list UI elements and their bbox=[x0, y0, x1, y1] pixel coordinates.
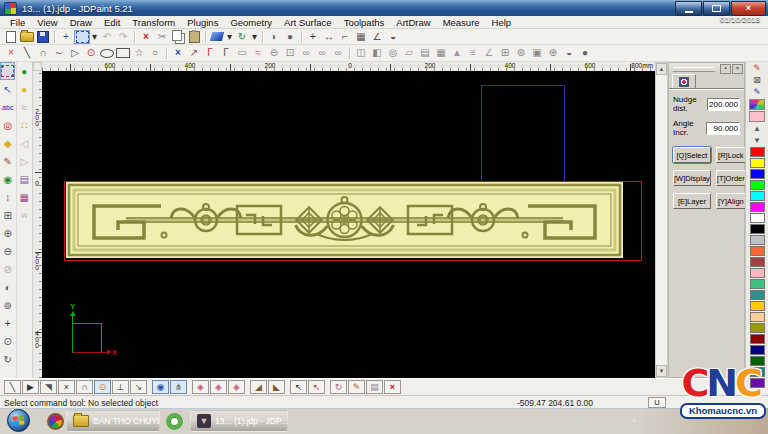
ungroup-icon[interactable]: ∞ bbox=[314, 46, 330, 60]
rotate-copy-icon[interactable]: ↻ bbox=[330, 380, 347, 394]
circle-center-icon[interactable]: ⊙ bbox=[83, 46, 99, 60]
panel-button-elayer[interactable]: [E]Layer bbox=[673, 193, 711, 209]
bulb-idea-icon[interactable]: ● bbox=[17, 80, 32, 98]
pattern-lib-icon[interactable]: ▦ bbox=[17, 188, 32, 206]
snap-quad-3-icon[interactable]: ◈ bbox=[228, 380, 245, 394]
restore-button[interactable] bbox=[703, 1, 730, 16]
rotate-view-icon[interactable]: ↻ bbox=[0, 350, 15, 368]
dark-shade-2-icon[interactable]: ● bbox=[577, 46, 593, 60]
trim-icon[interactable]: × bbox=[170, 46, 186, 60]
snap-arrow-icon[interactable]: ▶ bbox=[22, 380, 39, 394]
color-swatch[interactable] bbox=[750, 213, 765, 223]
brush-color-icon[interactable]: ✎ bbox=[749, 86, 766, 98]
arc-tool-icon[interactable]: ∩ bbox=[35, 46, 51, 60]
menu-geometry[interactable]: Geometry bbox=[224, 17, 278, 28]
panel-dock-button[interactable]: ▪ bbox=[720, 64, 731, 74]
view-sphere-icon[interactable]: ◒ bbox=[385, 30, 401, 44]
color-swatch[interactable] bbox=[750, 334, 765, 344]
color-swatch[interactable] bbox=[750, 202, 765, 212]
chamfer-icon[interactable]: Γ bbox=[218, 46, 234, 60]
bulb-on-icon[interactable]: ● bbox=[17, 62, 32, 80]
color-swatch[interactable] bbox=[750, 257, 765, 267]
pink-swatch[interactable] bbox=[749, 110, 766, 122]
smooth-brush-icon[interactable]: ✎ bbox=[0, 152, 15, 170]
delete-node-icon[interactable]: × bbox=[3, 46, 19, 60]
relief-panel[interactable] bbox=[66, 182, 623, 258]
zoom-out-icon[interactable]: ⊖ bbox=[0, 242, 15, 260]
probe-depth-icon[interactable]: ↕ bbox=[0, 188, 15, 206]
pick-delete-icon[interactable]: ↖ bbox=[308, 380, 325, 394]
island-frame-icon[interactable]: ⊡ bbox=[282, 46, 298, 60]
copy-icon[interactable] bbox=[170, 30, 186, 44]
bell-tool-icon[interactable]: ◉ bbox=[0, 170, 15, 188]
color-swatch[interactable] bbox=[750, 279, 765, 289]
menu-draw[interactable]: Draw bbox=[64, 17, 98, 28]
color-swatch[interactable] bbox=[750, 301, 765, 311]
menu-file[interactable]: File bbox=[4, 17, 31, 28]
color-swatch[interactable] bbox=[750, 345, 765, 355]
text-tool-icon[interactable]: abc bbox=[0, 98, 15, 116]
fill-bucket-icon[interactable]: ◆ bbox=[0, 134, 15, 152]
array-box-icon[interactable]: ▦ bbox=[353, 30, 369, 44]
zoom-window-icon[interactable]: ⊞ bbox=[0, 206, 15, 224]
shade-mode-2-icon[interactable]: ● bbox=[282, 30, 298, 44]
color-swatch[interactable] bbox=[750, 169, 765, 179]
menu-help[interactable]: Help bbox=[486, 17, 518, 28]
nav-prev-icon[interactable]: ◁ bbox=[17, 134, 32, 152]
snap-center-icon[interactable]: ⊙ bbox=[94, 380, 111, 394]
snap-arc-icon[interactable]: ∩ bbox=[76, 380, 93, 394]
panel-button-yalign[interactable]: [Y]Align bbox=[716, 193, 746, 209]
zoom-actual-icon[interactable]: ⊙ bbox=[0, 332, 15, 350]
mountain-icon[interactable]: ▲ bbox=[449, 46, 465, 60]
color-swatch[interactable] bbox=[750, 224, 765, 234]
angle-incr-field[interactable]: 90.000 bbox=[706, 122, 740, 135]
select-box-icon[interactable] bbox=[74, 30, 90, 44]
slot-icon[interactable]: ⊖ bbox=[266, 46, 282, 60]
color-swatch[interactable] bbox=[750, 312, 765, 322]
snap-delete-icon[interactable]: × bbox=[384, 380, 401, 394]
menu-plugins[interactable]: Plugins bbox=[181, 17, 224, 28]
hand-grab-icon[interactable]: ⊕ bbox=[545, 46, 561, 60]
copy-offset-icon[interactable]: ◫ bbox=[353, 46, 369, 60]
angle-measure-icon[interactable]: ∠ bbox=[369, 30, 385, 44]
fillet-icon[interactable]: Γ bbox=[202, 46, 218, 60]
offset-corner-icon[interactable]: ⌐ bbox=[337, 30, 353, 44]
snap-quad-2-icon[interactable]: ◈ bbox=[210, 380, 227, 394]
snap-quad-1-icon[interactable]: ◈ bbox=[192, 380, 209, 394]
scroll-up-icon[interactable]: ▲ bbox=[656, 63, 667, 75]
measure-distance-icon[interactable]: ↔ bbox=[321, 30, 337, 44]
relief-stack-icon[interactable]: ▤ bbox=[17, 170, 32, 188]
pattern-swatch[interactable] bbox=[749, 98, 766, 110]
menu-art-surface[interactable]: Art Surface bbox=[278, 17, 338, 28]
ring-icon[interactable]: ◎ bbox=[385, 46, 401, 60]
pen-color-icon[interactable]: ✎ bbox=[749, 62, 766, 74]
rect-tool-icon[interactable] bbox=[115, 46, 131, 60]
vertical-scrollbar[interactable]: ▲ ▼ bbox=[655, 62, 668, 378]
new-icon[interactable] bbox=[3, 30, 19, 44]
flag-curve-icon[interactable]: ∠ bbox=[481, 46, 497, 60]
snap-node-icon[interactable]: ⋔ bbox=[170, 380, 187, 394]
texture-icon[interactable]: ▦ bbox=[433, 46, 449, 60]
color-swatch[interactable] bbox=[750, 147, 765, 157]
grid-star-icon[interactable]: ⊛ bbox=[513, 46, 529, 60]
snap-corner-icon[interactable]: ◥ bbox=[40, 380, 57, 394]
star-tool-icon[interactable]: ☆ bbox=[131, 46, 147, 60]
ellipse-tool-icon[interactable] bbox=[99, 46, 115, 60]
stamp-back-icon[interactable]: ◣ bbox=[268, 380, 285, 394]
nav-next-icon[interactable]: ▷ bbox=[17, 152, 32, 170]
guide-rect-blue[interactable] bbox=[481, 85, 565, 186]
color-swatch[interactable] bbox=[750, 180, 765, 190]
shear-icon[interactable]: ▱ bbox=[401, 46, 417, 60]
pen-snap-icon[interactable]: ✎ bbox=[348, 380, 365, 394]
panel-button-torder[interactable]: [T]Order bbox=[716, 170, 746, 186]
mirror-icon[interactable]: ◧ bbox=[369, 46, 385, 60]
no-color-icon[interactable]: ⊠ bbox=[749, 74, 766, 86]
scroll-down-icon[interactable]: ▼ bbox=[656, 365, 667, 377]
minimize-button[interactable] bbox=[675, 1, 702, 16]
wave-gray-icon[interactable]: ≈ bbox=[17, 98, 32, 116]
menu-view[interactable]: View bbox=[31, 17, 63, 28]
tray-expand-icon[interactable]: ▲ bbox=[631, 416, 638, 423]
menu-toolpaths[interactable]: Toolpaths bbox=[338, 17, 391, 28]
jdpaint-task-button[interactable]: ▼ 13... (1).jdp - JDP... bbox=[190, 410, 288, 432]
render-dropdown-icon[interactable]: ▾ bbox=[250, 30, 259, 44]
